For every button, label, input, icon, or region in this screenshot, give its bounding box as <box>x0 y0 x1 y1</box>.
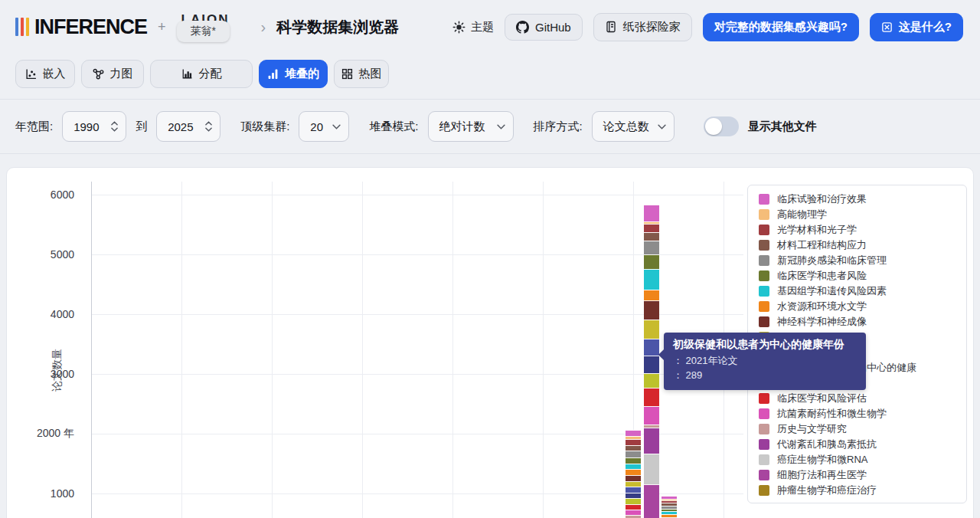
github-button[interactable]: GitHub <box>505 14 583 41</box>
bar-segment[interactable] <box>644 388 659 406</box>
legend-item[interactable]: 代谢紊乱和胰岛素抵抗 <box>759 437 877 452</box>
bar-segment[interactable] <box>644 232 659 241</box>
legend-swatch <box>759 286 769 297</box>
legend-item[interactable]: 高能物理学 <box>759 207 827 222</box>
bar-segment[interactable] <box>626 430 641 436</box>
bar-segment[interactable] <box>626 464 641 469</box>
legend-swatch <box>759 454 769 465</box>
bar-segment[interactable] <box>626 493 641 498</box>
paper-explorer-button[interactable]: 纸张探险家 <box>593 13 692 41</box>
stacked-chart-panel: 论文数量 临床试验和治疗效果高能物理学光学材料和光子学材料工程和结构应力新冠肺炎… <box>6 167 974 518</box>
legend-label: 临床试验和治疗效果 <box>777 192 867 206</box>
bar-segment[interactable] <box>626 510 641 515</box>
bar-segment[interactable] <box>626 498 641 503</box>
bar-segment[interactable] <box>644 224 659 232</box>
bar-segment[interactable] <box>644 269 659 290</box>
paper-explorer-label: 纸张探险家 <box>623 20 681 34</box>
legend-item[interactable]: 癌症生物学和微RNA <box>759 452 867 467</box>
legend-item[interactable]: 新冠肺炎感染和临床管理 <box>759 253 887 268</box>
stack-mode-select[interactable]: 绝对计数 <box>428 111 514 142</box>
bar-segment[interactable] <box>626 445 641 451</box>
bar-segment[interactable] <box>626 481 641 487</box>
app-root: INFERENCE + LAION 莱翁* › 科学数据集浏览器 主题 <box>0 0 980 154</box>
legend-swatch <box>759 408 769 419</box>
bar-segment[interactable] <box>626 475 641 480</box>
show-other-files-toggle[interactable] <box>704 116 739 136</box>
bar-segment[interactable] <box>644 406 659 425</box>
stacked-bar-2020[interactable] <box>626 430 641 518</box>
legend-item[interactable]: 临床试验和治疗效果 <box>759 192 867 207</box>
y-axis-tick: 3000 <box>21 368 74 380</box>
what-is-this-button[interactable]: 这是什么? <box>870 13 963 41</box>
legend-label: 新冠肺炎感染和临床管理 <box>777 254 887 267</box>
bar-segment[interactable] <box>626 451 641 457</box>
legend-swatch <box>759 301 769 312</box>
legend-item[interactable]: 细胞疗法和再生医学 <box>759 467 867 483</box>
legend-swatch <box>759 424 769 434</box>
bar-segment[interactable] <box>626 487 641 493</box>
bar-segment[interactable] <box>644 254 659 269</box>
breadcrumb-badge[interactable]: 莱翁* <box>177 21 230 42</box>
legend-item[interactable]: 水资源和环境水文学 <box>759 299 867 314</box>
legend-item[interactable]: 神经科学和神经成像 <box>759 314 867 329</box>
histogram-icon <box>181 68 193 80</box>
bar-segment[interactable] <box>644 428 659 454</box>
bar-segment[interactable] <box>644 454 659 484</box>
what-is-this-label: 这是什么? <box>899 20 952 34</box>
sun-icon <box>452 21 466 34</box>
sort-select[interactable]: 论文总数 <box>592 111 675 142</box>
theme-toggle[interactable]: 主题 <box>452 20 494 34</box>
show-other-files-label: 显示其他文件 <box>748 120 817 134</box>
tab-network[interactable]: 力图 <box>81 60 144 88</box>
legend-label: 癌症生物学和微RNA <box>777 453 867 467</box>
bar-segment[interactable] <box>644 290 659 301</box>
bar-segment[interactable] <box>644 484 659 518</box>
legend-swatch <box>759 393 769 404</box>
bar-segment[interactable] <box>626 504 641 510</box>
top-clusters-label: 顶级集群: <box>240 120 289 134</box>
bar-segment[interactable] <box>644 241 659 254</box>
to-label: 到 <box>136 120 147 134</box>
tab-grid[interactable]: 热图 <box>334 60 389 88</box>
chevron-down-icon <box>497 124 505 130</box>
year-from-input[interactable]: 1990 <box>62 111 126 142</box>
bar-segment[interactable] <box>644 356 659 373</box>
bar-segment[interactable] <box>626 439 641 444</box>
legend-item[interactable]: 基因组学和遗传风险因素 <box>759 284 887 299</box>
legend-swatch <box>759 316 769 327</box>
bar-segment[interactable] <box>644 373 659 388</box>
legend-item[interactable]: 抗菌素耐药性和微生物学 <box>759 406 887 421</box>
full-dataset-cta-button[interactable]: 对完整的数据集感兴趣吗? <box>703 13 859 41</box>
stepper-icon[interactable] <box>205 121 212 132</box>
legend-item[interactable]: 肿瘤生物学和癌症治疗 <box>759 483 877 498</box>
tab-label: 力图 <box>110 67 133 81</box>
legend-label: 临床医学和患者风险 <box>777 269 867 283</box>
year-to-input[interactable]: 2025 <box>156 111 220 142</box>
gridline-vertical <box>543 182 544 518</box>
github-label: GitHub <box>535 21 571 34</box>
bar-segment[interactable] <box>644 205 659 221</box>
bar-segment[interactable] <box>644 300 659 320</box>
tab-histogram[interactable]: 分配 <box>150 60 253 88</box>
logo-bars-icon <box>15 18 29 36</box>
bar-segment[interactable] <box>626 457 641 463</box>
legend-item[interactable]: 光学材料和光子学 <box>759 222 857 238</box>
gridline-vertical <box>362 182 363 518</box>
top-clusters-select[interactable]: 20 <box>299 111 349 142</box>
tab-scatter[interactable]: 嵌入 <box>15 60 75 88</box>
stacked-bar-2022[interactable] <box>662 496 677 518</box>
bar-segment[interactable] <box>644 320 659 339</box>
legend-item[interactable]: 临床医学和患者风险 <box>759 268 867 284</box>
stacked-bar-2021[interactable] <box>644 205 659 518</box>
full-dataset-cta-label: 对完整的数据集感兴趣吗? <box>714 20 848 34</box>
journal-icon <box>605 21 617 33</box>
legend-item[interactable]: 材料工程和结构应力 <box>759 238 867 253</box>
tab-stacked-bars[interactable]: 堆叠的 <box>259 60 328 88</box>
bar-segment[interactable] <box>626 469 641 475</box>
bar-segment[interactable] <box>644 339 659 356</box>
box-x-icon <box>881 21 893 33</box>
legend-swatch <box>759 194 769 205</box>
stepper-icon[interactable] <box>111 121 118 132</box>
legend-item[interactable]: 历史与文学研究 <box>759 421 847 437</box>
legend-item[interactable]: 临床医学和风险评估 <box>759 391 867 406</box>
